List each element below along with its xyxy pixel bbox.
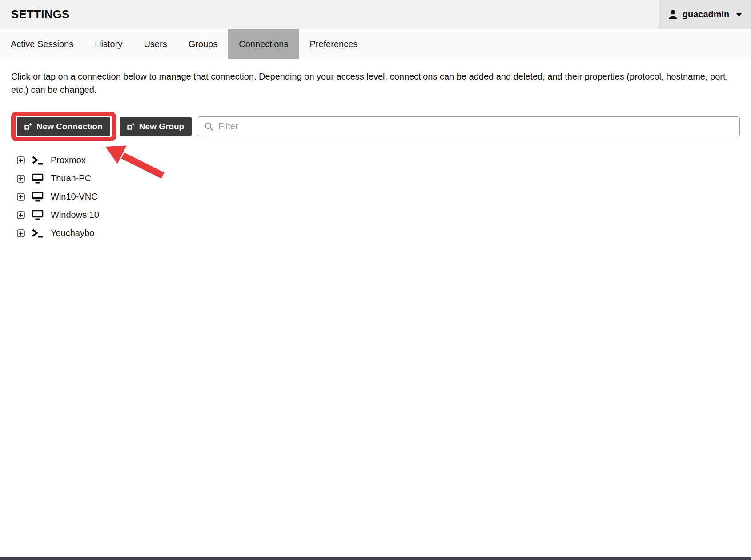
- terminal-icon: [32, 229, 46, 238]
- connection-row-win10-vnc[interactable]: Win10-VNC: [11, 188, 740, 206]
- tab-preferences[interactable]: Preferences: [299, 29, 368, 59]
- monitor-icon: [32, 210, 46, 220]
- tab-active-sessions[interactable]: Active Sessions: [0, 29, 84, 59]
- page-title: SETTINGS: [0, 8, 70, 21]
- filter-field-container: [198, 116, 740, 136]
- expand-plus-icon[interactable]: [17, 175, 25, 183]
- tab-connections[interactable]: Connections: [228, 29, 299, 59]
- tab-users[interactable]: Users: [133, 29, 177, 59]
- new-group-button[interactable]: New Group: [120, 117, 192, 136]
- filter-input[interactable]: [218, 121, 734, 132]
- settings-tab-bar: Active Sessions History Users Groups Con…: [0, 29, 751, 59]
- new-connection-button[interactable]: New Connection: [17, 117, 110, 136]
- connection-name: Windows 10: [51, 210, 99, 220]
- connection-row-proxmox[interactable]: Proxmox: [11, 151, 740, 169]
- expand-plus-icon[interactable]: [17, 193, 25, 201]
- app-header: SETTINGS guacadmin: [0, 0, 751, 29]
- connection-name: Proxmox: [51, 155, 86, 165]
- bottom-taskbar-strip: [0, 557, 751, 560]
- username-label: guacadmin: [683, 9, 730, 20]
- monitor-icon: [32, 173, 46, 184]
- connection-tree: Proxmox Thuan-PC: [11, 151, 740, 242]
- new-connection-label: New Connection: [36, 122, 103, 132]
- tab-groups[interactable]: Groups: [178, 29, 229, 59]
- connection-row-windows-10[interactable]: Windows 10: [11, 206, 740, 224]
- connection-name: Yeuchaybo: [51, 228, 94, 238]
- expand-plus-icon[interactable]: [17, 229, 25, 237]
- expand-plus-icon[interactable]: [17, 156, 25, 164]
- connection-row-yeuchaybo[interactable]: Yeuchaybo: [11, 224, 740, 242]
- chevron-down-icon: [736, 13, 742, 16]
- new-group-plus-icon: [127, 123, 135, 130]
- user-menu-dropdown[interactable]: guacadmin: [659, 0, 751, 29]
- connections-toolbar: New Connection New Group: [11, 112, 740, 141]
- connections-panel: Click or tap on a connection below to ma…: [0, 70, 751, 242]
- user-icon: [668, 10, 678, 20]
- connection-name: Thuan-PC: [51, 173, 91, 184]
- connection-row-thuan-pc[interactable]: Thuan-PC: [11, 169, 740, 188]
- annotation-highlight-box: New Connection: [11, 112, 116, 141]
- new-group-label: New Group: [139, 122, 184, 132]
- tab-history[interactable]: History: [84, 29, 133, 59]
- connection-name: Win10-VNC: [51, 192, 98, 202]
- monitor-icon: [32, 192, 46, 202]
- expand-plus-icon[interactable]: [17, 211, 25, 219]
- terminal-icon: [32, 156, 46, 165]
- connections-description: Click or tap on a connection below to ma…: [11, 70, 740, 96]
- search-icon: [204, 122, 214, 132]
- new-connection-plus-icon: [24, 123, 32, 130]
